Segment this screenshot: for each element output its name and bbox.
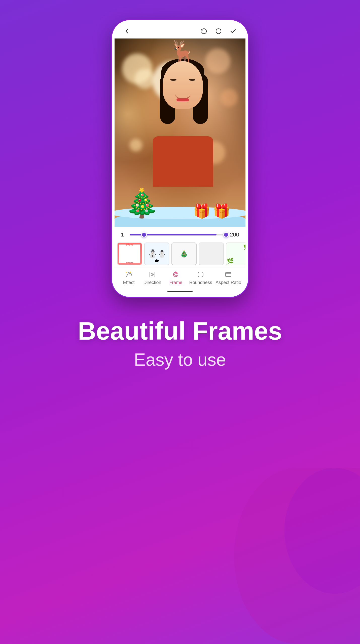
frame-thumbnail-selected[interactable]: 🎄 ✓ [171,243,197,265]
back-button[interactable] [123,28,130,35]
toolbar-item-aspect-ratio[interactable]: Aspect Ratio [215,270,241,285]
frame-label: Frame [169,280,182,285]
confirm-button[interactable] [230,28,237,35]
roundness-icon [197,270,205,278]
toolbar: Effect Direction [115,267,245,289]
slider-thumb-end[interactable] [223,232,229,237]
slider-max-label: 200 [230,231,239,238]
face [163,61,203,109]
aspect-ratio-label: Aspect Ratio [215,280,241,285]
main-title: Beautiful Frames [78,317,282,345]
gift-boxes: 🎁 🎁 [193,204,230,218]
christmas-overlay: 🎄 🎁 🎁 [115,177,245,227]
frame-thumbnail-hearts[interactable]: ♥♥♥♥♥ ♥♥♥♥♥ [117,243,142,265]
gift-2: 🎁 [213,204,230,218]
effect-label: Effect [123,280,135,285]
svg-point-0 [126,272,127,273]
slider-thumb-start[interactable] [141,232,147,237]
christmas-tree: 🎄 [125,189,159,217]
smile [175,94,190,99]
toolbar-item-direction[interactable]: Direction [142,270,162,285]
direction-label: Direction [143,280,161,285]
roundness-label: Roundness [189,280,212,285]
frames-scroll[interactable]: ♥♥♥♥♥ ♥♥♥♥♥ ⛄ 🌨 🎄 ✓ 🌿 🌿 [115,240,245,267]
text-section: Beautiful Frames Easy to use [78,317,282,370]
gift-1: 🎁 [193,204,210,218]
toolbar-item-roundness[interactable]: Roundness [189,270,212,285]
photo-canvas: 🦌 [115,38,245,227]
redo-button[interactable] [215,28,222,35]
topbar [115,23,245,38]
eye-left [170,79,176,81]
frame-thumbnail-snowman[interactable]: ⛄ 🌨 [144,243,169,265]
direction-icon [148,270,156,278]
svg-rect-7 [226,272,231,276]
aspect-ratio-icon [224,270,232,278]
selected-checkmark: ✓ [182,251,186,257]
slider-area: 1 200 [115,227,245,240]
frame-thumbnail-corner[interactable]: 🌿 🌿 [226,243,245,265]
frame-icon [172,270,180,278]
lips [176,98,189,101]
svg-point-3 [174,273,177,276]
face-area: 🦌 [155,49,210,119]
svg-rect-6 [198,272,203,277]
eye-right [189,79,195,81]
home-indicator [115,289,245,294]
phone-frame: 🦌 [112,20,248,297]
slider-track[interactable] [130,234,226,235]
slider-min-label: 1 [121,231,126,238]
toolbar-item-frame[interactable]: Frame [166,270,186,285]
effect-icon [125,270,133,278]
undo-button[interactable] [200,28,207,35]
antlers: 🦌 [169,41,197,64]
frame-thumbnail-blank[interactable] [199,243,224,265]
phone-mockup: 🦌 [112,20,248,297]
toolbar-item-effect[interactable]: Effect [119,270,139,285]
sub-title: Easy to use [78,350,282,370]
home-bar [167,291,193,292]
